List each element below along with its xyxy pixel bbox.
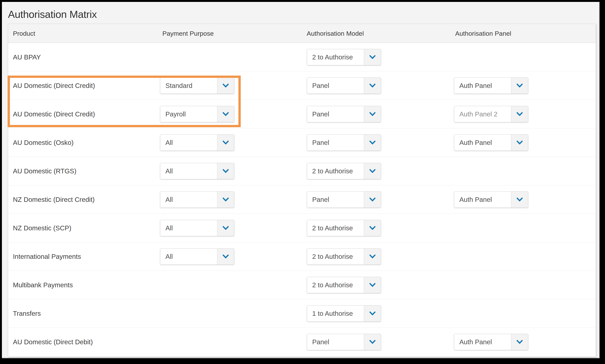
table-header-row: Product Payment Purpose Authorisation Mo… <box>8 24 596 43</box>
authorisation-model-dropdown[interactable]: 2 to Authorise <box>307 248 381 265</box>
chevron-down-icon <box>369 226 376 230</box>
chevron-down-icon <box>222 169 229 173</box>
product-label: Multibank Payments <box>13 281 73 289</box>
payment-purpose-dropdown[interactable]: Payroll <box>160 106 234 122</box>
dropdown-value: 2 to Authorise <box>307 220 364 236</box>
product-label: AU Domestic (Direct Debit) <box>13 338 93 346</box>
dropdown-toggle-button[interactable] <box>364 106 381 122</box>
page-title: Authorisation Matrix <box>8 9 97 20</box>
table-row: Transfers 1 to Authorise <box>8 299 596 328</box>
chevron-down-icon <box>369 312 376 316</box>
dropdown-toggle-button[interactable] <box>511 334 528 350</box>
chevron-down-icon <box>369 254 376 259</box>
dropdown-toggle-button[interactable] <box>364 192 381 208</box>
dropdown-toggle-button[interactable] <box>364 248 381 264</box>
dropdown-value: 2 to Authorise <box>307 163 364 179</box>
table-row: AU Domestic (Osko) All Panel Auth Panel <box>8 128 596 157</box>
dropdown-value: Auth Panel <box>454 78 511 94</box>
product-label: AU Domestic (Osko) <box>13 139 74 146</box>
dropdown-toggle-button[interactable] <box>217 192 234 208</box>
payment-purpose-dropdown[interactable]: All <box>160 191 234 208</box>
table-row: AU Domestic (RTGS) All 2 to Authorise <box>8 157 596 185</box>
table-row: NZ Domestic (SCP) All 2 to Authorise <box>8 214 596 242</box>
dropdown-toggle-button[interactable] <box>364 220 381 236</box>
chevron-down-icon <box>369 55 376 59</box>
authorisation-panel-dropdown[interactable]: Auth Panel <box>454 191 528 208</box>
dropdown-toggle-button[interactable] <box>217 135 234 151</box>
authorisation-model-dropdown[interactable]: Panel <box>307 134 381 151</box>
authorisation-model-dropdown[interactable]: 2 to Authorise <box>307 277 381 293</box>
chevron-down-icon <box>222 254 229 259</box>
authorisation-model-dropdown[interactable]: 1 to Authorise <box>307 305 381 322</box>
dropdown-toggle-button[interactable] <box>511 135 528 151</box>
product-label: Transfers <box>13 310 41 317</box>
dropdown-value: Auth Panel 2 <box>454 106 511 122</box>
dropdown-toggle-button[interactable] <box>364 277 381 293</box>
authorisation-panel-dropdown[interactable]: Auth Panel <box>454 134 528 151</box>
dropdown-value: Panel <box>307 78 364 94</box>
table-row: AU BPAY 2 to Authorise <box>8 43 596 71</box>
authorisation-model-dropdown[interactable]: Panel <box>307 334 381 350</box>
payment-purpose-dropdown[interactable]: All <box>160 163 234 179</box>
dropdown-toggle-button[interactable] <box>511 192 528 208</box>
authorisation-model-dropdown[interactable]: 2 to Authorise <box>307 49 381 65</box>
dropdown-toggle-button[interactable] <box>217 248 234 264</box>
dropdown-value: 1 to Authorise <box>307 306 364 322</box>
authorisation-panel-dropdown[interactable]: Auth Panel <box>454 334 528 350</box>
chevron-down-icon <box>369 169 376 173</box>
authorisation-panel-dropdown[interactable]: Auth Panel 2 <box>454 106 528 122</box>
dropdown-value: Auth Panel <box>454 135 511 151</box>
chevron-down-icon <box>516 112 523 116</box>
table-row: International Payments All 2 to Authoris… <box>8 242 596 271</box>
table-row: AU Domestic (Direct Credit) Payroll Pane… <box>8 100 596 128</box>
dropdown-value: All <box>160 220 217 236</box>
dropdown-value: Payroll <box>160 106 217 122</box>
dropdown-toggle-button[interactable] <box>217 78 234 94</box>
payment-purpose-dropdown[interactable]: All <box>160 220 234 236</box>
dropdown-toggle-button[interactable] <box>364 163 381 179</box>
dropdown-value: 2 to Authorise <box>307 248 364 264</box>
chevron-down-icon <box>222 112 229 116</box>
dropdown-toggle-button[interactable] <box>511 78 528 94</box>
product-label: AU Domestic (Direct Credit) <box>13 110 95 118</box>
authorisation-model-dropdown[interactable]: 2 to Authorise <box>307 163 381 179</box>
table-body: AU BPAY 2 to Authorise AU Domestic (Dire… <box>8 43 596 356</box>
product-label: NZ Domestic (Direct Credit) <box>13 196 95 203</box>
authorisation-model-dropdown[interactable]: Panel <box>307 106 381 122</box>
chevron-down-icon <box>369 197 376 202</box>
payment-purpose-dropdown[interactable]: All <box>160 134 234 151</box>
product-label: AU Domestic (RTGS) <box>13 167 76 175</box>
dropdown-toggle-button[interactable] <box>217 220 234 236</box>
column-header-authorisation-panel: Authorisation Panel <box>455 24 511 43</box>
dropdown-toggle-button[interactable] <box>364 334 381 350</box>
column-header-authorisation-model: Authorisation Model <box>307 24 364 43</box>
dropdown-value: Panel <box>307 192 364 208</box>
dropdown-toggle-button[interactable] <box>511 106 528 122</box>
page: Authorisation Matrix Product Payment Pur… <box>2 2 600 358</box>
authorisation-model-dropdown[interactable]: 2 to Authorise <box>307 220 381 236</box>
chevron-down-icon <box>369 141 376 145</box>
chevron-down-icon <box>516 141 523 145</box>
dropdown-toggle-button[interactable] <box>364 135 381 151</box>
payment-purpose-dropdown[interactable]: All <box>160 248 234 265</box>
dropdown-value: Panel <box>307 135 364 151</box>
authorisation-panel-dropdown[interactable]: Auth Panel <box>454 78 528 94</box>
chevron-down-icon <box>369 340 376 344</box>
dropdown-toggle-button[interactable] <box>217 163 234 179</box>
authorisation-model-dropdown[interactable]: Panel <box>307 78 381 94</box>
dropdown-toggle-button[interactable] <box>217 106 234 122</box>
dropdown-value: Standard <box>160 78 217 94</box>
dropdown-value: Auth Panel <box>454 334 511 350</box>
product-label: AU BPAY <box>13 53 41 61</box>
authorisation-model-dropdown[interactable]: Panel <box>307 191 381 208</box>
dropdown-toggle-button[interactable] <box>364 49 381 65</box>
dropdown-toggle-button[interactable] <box>364 306 381 322</box>
dropdown-toggle-button[interactable] <box>364 78 381 94</box>
dropdown-value: 2 to Authorise <box>307 49 364 65</box>
product-label: AU Domestic (Direct Credit) <box>13 82 95 90</box>
chevron-down-icon <box>222 84 229 88</box>
payment-purpose-dropdown[interactable]: Standard <box>160 78 234 94</box>
dropdown-value: All <box>160 248 217 264</box>
dropdown-value: Auth Panel <box>454 192 511 208</box>
chevron-down-icon <box>222 141 229 145</box>
